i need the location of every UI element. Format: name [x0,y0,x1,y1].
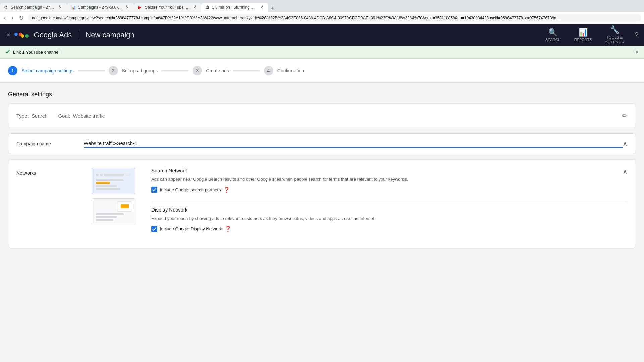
display-network-title: Display Network [151,207,628,213]
notification-check-icon: ✔ [5,48,10,56]
edit-type-button[interactable]: ✏ [622,112,628,120]
step-3: 3 Create ads [193,66,229,75]
type-label: Type: [16,113,29,119]
step-label-2: Set up ad groups [122,68,158,73]
tab-close-3[interactable]: × [192,5,197,10]
campaign-name-input-wrapper [84,139,623,148]
tab-label-2: Campaigns - 279-560-1893 [78,5,123,10]
img-bar-4 [96,213,124,215]
img-dot1 [96,174,99,176]
tab-3[interactable]: ▶ Secure Your YouTube Acco... × [134,3,201,12]
search-network-image [92,168,135,194]
type-item: Type: Search [16,113,48,119]
img-bar-orange-1 [96,182,110,184]
reports-nav-label: REPORTS [574,38,592,42]
logo-green [25,34,29,38]
step-2: 2 Set up ad groups [109,66,158,75]
display-network-help-icon[interactable]: ❓ [225,226,231,232]
img-searchbar [104,174,124,176]
step-circle-1: 1 [8,66,17,75]
display-network-checkbox[interactable] [151,226,157,232]
header-left: × Google Ads New campaign [5,30,135,40]
campaign-name-label: Campaign name [16,141,84,146]
reload-button[interactable]: ↻ [17,13,25,23]
tab-favicon-3: ▶ [138,5,143,10]
networks-details: Search Network Ads can appear near Googl… [151,168,628,240]
tools-nav-icon: 🔧 [610,25,619,34]
tools-nav-button[interactable]: 🔧 TOOLS & SETTINGS [603,24,627,46]
display-network-checkbox-row: Include Google Display Network ❓ [151,226,628,232]
logo-blue [14,33,18,36]
address-bar: ‹ › ↻ [0,12,644,24]
networks-divider [151,201,628,201]
search-partners-help-icon[interactable]: ❓ [223,187,230,193]
step-circle-3: 3 [193,66,202,75]
app-name: Google Ads [34,31,72,39]
search-partners-checkbox[interactable] [151,187,157,193]
campaign-name-collapse-button[interactable]: ∧ [623,140,628,148]
tab-label-4: 1.8 million+ Stunning Free Im... [212,5,257,10]
step-label-3: Create ads [206,68,229,73]
display-network-section: Display Network Expand your reach by sho… [151,207,628,232]
img-bar-3 [96,188,120,190]
reports-nav-button[interactable]: 📊 REPORTS [572,27,595,43]
close-button[interactable]: × [5,30,12,40]
display-orange-rect [121,204,129,208]
browser-chrome: ⚙ Search campaign - 279-560-1... × 📊 Cam… [0,0,644,24]
step-1: 1 Select campaign settings [8,66,74,75]
goal-item: Goal: Website traffic [58,113,105,119]
header-right: 🔍 SEARCH 📊 REPORTS 🔧 TOOLS & SETTINGS ? [543,24,639,46]
step-connector-3-4 [233,70,260,71]
img-searchbtn [125,174,131,176]
search-network-title: Search Network [151,168,408,173]
goal-value: Website traffic [73,113,105,119]
step-label-1: Select campaign settings [21,68,74,73]
type-goal-info: Type: Search Goal: Website traffic [16,113,105,119]
img-bar-6 [96,219,113,221]
notification-text: Link 1 YouTube channel [13,50,59,55]
general-settings-title: General settings [8,91,636,98]
display-checkmark-icon [152,227,156,231]
type-goal-card-content: Type: Search Goal: Website traffic ✏ [8,104,636,128]
display-network-label: Include Google Display Network [160,226,222,231]
search-nav-icon: 🔍 [548,28,557,37]
main-content: General settings Type: Search Goal: Webs… [0,83,644,284]
search-network-collapse-button[interactable]: ∧ [623,168,628,176]
tab-4[interactable]: 🖼 1.8 million+ Stunning Free Im... × [201,3,268,12]
tab-close-1[interactable]: × [58,5,63,10]
img-bar-5 [96,216,117,218]
tab-2[interactable]: 📊 Campaigns - 279-560-1893 × [67,3,134,12]
url-input[interactable] [28,14,641,22]
search-partners-checkbox-row: Include Google search partners ❓ [151,187,408,193]
networks-label: Networks [16,168,84,176]
step-label-4: Confirmation [277,68,304,73]
new-tab-button[interactable]: + [268,5,277,12]
img-dot2 [100,174,103,176]
back-button[interactable]: ‹ [3,13,7,23]
step-circle-2: 2 [109,66,118,75]
search-partners-label: Include Google search partners [160,187,221,192]
search-network-section: Search Network Ads can appear near Googl… [151,168,628,193]
networks-row: Networks [8,160,636,248]
notification-bar: ✔ Link 1 YouTube channel × [0,46,644,59]
campaign-name-input[interactable] [84,139,623,148]
help-button[interactable]: ? [635,31,639,39]
tab-close-2[interactable]: × [125,5,130,10]
notification-close-button[interactable]: × [635,49,639,56]
forward-button[interactable]: › [10,13,15,23]
type-value: Search [32,113,48,119]
tab-label-1: Search campaign - 279-560-1... [11,5,56,10]
logo-yellow [21,34,24,38]
stepper: 1 Select campaign settings 2 Set up ad g… [0,59,644,83]
tab-favicon-4: 🖼 [205,5,210,10]
tab-close-4[interactable]: × [259,5,264,10]
search-nav-button[interactable]: 🔍 SEARCH [543,27,564,43]
display-network-desc: Expand your reach by showing ads to rele… [151,215,628,222]
campaign-name-row: Campaign name ∧ [8,134,636,154]
img-bar-2 [96,185,117,187]
campaign-name-card: Campaign name ∧ [8,133,636,154]
img-bar-1 [96,179,124,181]
tab-favicon-1: ⚙ [4,5,9,10]
tab-1[interactable]: ⚙ Search campaign - 279-560-1... × [0,3,67,12]
reports-nav-icon: 📊 [579,28,588,37]
